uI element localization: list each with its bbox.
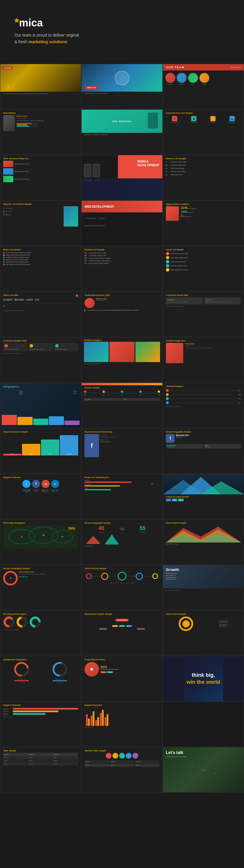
- slide-two-col-social: 2 Columns Social Slide Column 1 Lorem ip…: [163, 291, 244, 337]
- slide-social-infographic: Social Infographic Sample f $00,000,000 …: [163, 428, 244, 474]
- svg-point-6: [21, 536, 23, 537]
- vision-text: Lorem ipsum dolor sit amet consectetur a…: [3, 93, 78, 95]
- slide-hierarchical: Hierarchical Graphic Sample UNCLE TOPICA…: [81, 610, 163, 656]
- bullet-list-title: Bullet List Sample: [3, 249, 78, 251]
- svg-point-27: [191, 764, 193, 765]
- slide-viral-2: Viral Content Sample ⚡ Viral Metric 1 Lo…: [163, 610, 244, 656]
- slide-empty-1: [163, 702, 244, 747]
- slide-web-dev: WEB DEVELOPMENT ✔ Server Coding ✔ Suppor…: [81, 200, 163, 246]
- iconic-list-2-title: Iconic List Sample: [166, 249, 241, 251]
- viral-2-title: Viral Content Sample: [166, 613, 241, 615]
- page-wrapper: *mica Our team is proud to deliver origi…: [0, 0, 244, 793]
- web-dev-title: WEB DEVELOPMENT: [84, 205, 114, 208]
- svg-marker-9: [86, 536, 101, 544]
- slide-service-infographic: Service Infographic Sample ① What custom…: [0, 565, 81, 610]
- social-impact-title: Decoding Social Impact: [3, 613, 78, 615]
- svg-point-7: [43, 534, 45, 536]
- our-team-subtitle: Marketing Team: [231, 66, 241, 68]
- slide-growth: Growth Growth is never bymere chance; it…: [163, 565, 244, 610]
- slide-people-search: People are searching for... Marketing So…: [81, 474, 163, 519]
- optional-table-title: Optional Table Sample: [84, 750, 160, 752]
- slide-portfolio-1: Portfolio Sample 1 Project descriptions …: [81, 337, 163, 383]
- slide-numeric-list-1: Numeric List Sample 1Lorem ipsum dolor s…: [163, 155, 244, 200]
- svg-point-26: [202, 769, 205, 771]
- viral-1-title: Viral Content Sample: [166, 522, 241, 524]
- world-map-title: World Map Infographic: [3, 522, 78, 524]
- iconic-list-title: Iconic Services List Sample: [166, 112, 241, 114]
- services-text: Web Design • Development • Marketing: [82, 133, 162, 137]
- meet-title: Meet Martina: [3, 112, 78, 114]
- client-list-title: Client List Slide: [3, 294, 19, 296]
- slide-services: our services Web Design • Development • …: [81, 110, 163, 155]
- slide-infographics: Infographics 000000000000000000 000000 0…: [0, 383, 81, 428]
- lets-talk-title: Let's talk: [166, 750, 186, 755]
- keys-growth-title: 3 Keys for sales Growth: [166, 496, 241, 498]
- slide-viral-1: Viral Content Sample Viral content metri…: [163, 519, 244, 565]
- facebook-title: Facebook Social Advertising: [84, 431, 160, 433]
- star-icon: *: [15, 16, 19, 29]
- hero-subtitle: Our team is proud to deliver original & …: [15, 32, 229, 45]
- svg-point-28: [215, 773, 216, 774]
- slide-optional-table: Optional Table Sample Col A Data Col B D…: [81, 747, 163, 793]
- timeline-1-title: Timeline Sample: [84, 387, 160, 389]
- support-2-title: Support Channels: [3, 704, 78, 706]
- slide-versus: Versus Infographic Sample 40 Option A VS…: [81, 519, 163, 565]
- slide-numeric-photo: Numeric List & Photo Sample 1Lorem ipsum…: [0, 200, 81, 246]
- slide-client-list: Client List Slide CLIENT BRAND LOGO CO. …: [0, 291, 81, 337]
- projecting-title: Projecting the Future: [84, 658, 160, 660]
- slide-mobile-dev: MOBILEDEVELOPMENT Simon Calling Full Sup…: [81, 155, 163, 200]
- slide-support-2: Support Channels Channel 1 Channel 2 Cha…: [0, 702, 81, 747]
- steps-title: Steps to Success Sample: [3, 431, 78, 433]
- slide-bullet-list: Bullet List Sample Lorem ipsum dolor sit…: [0, 246, 81, 291]
- slide-vision: our vision Lorem ipsum dolor sit amet co…: [0, 64, 81, 110]
- portfolio-1-title: Portfolio Sample 1: [82, 337, 162, 342]
- other-services-title: Other Services, Photo List: [3, 158, 78, 160]
- think-big-text: think big,win the world: [187, 672, 220, 685]
- timeline-2-title: Timeline Sample 2: [166, 385, 241, 387]
- numeric-list-1-title: Numeric List Sample: [166, 158, 241, 160]
- slide-comparison: Comparison Infographic Observation Title: [0, 656, 81, 702]
- about-us-label: ABOUT US: [84, 86, 98, 89]
- icon-item-3: 🎨 Ecommerce: [204, 116, 222, 123]
- slide-meet-martina: Meet Martina Martina Crystal Creative Di…: [0, 110, 81, 155]
- slide-about: ABOUT US Lorem ipsum dolor sit amet cons…: [81, 64, 163, 110]
- hierarchical-title: Hierarchical Graphic Sample: [84, 613, 160, 615]
- slide-social-impact: Decoding Social Impact: [0, 610, 81, 656]
- slide-support-3: Support Channels: [81, 702, 163, 747]
- slide-timeline-2: Timeline Sample 2 2010 2011: [163, 383, 244, 428]
- slide-iconic-list: Iconic Services List Sample ✉ Email Mark…: [163, 110, 244, 155]
- slide-lets-talk: Let's talk Contact us for more informati…: [163, 747, 244, 793]
- brand-logo: *mica: [15, 16, 229, 29]
- slides-grid: our vision Lorem ipsum dolor sit amet co…: [0, 64, 244, 793]
- portfolio-single-title: Portfolio Single Item: [166, 340, 241, 342]
- icon-item-4: 🎬 Audio Production: [223, 116, 241, 123]
- slide-timeline-1: Timeline Sample 2010 2011: [81, 383, 163, 428]
- slide-table: Table Sample Header 1 Header 2 Header 3 …: [0, 747, 81, 793]
- two-col-title: 2 Columns Social Slide: [166, 294, 241, 296]
- slide-world-map: World Map Infographic 55%: [0, 519, 81, 565]
- svg-marker-10: [105, 534, 119, 545]
- icon-item-2: 📱 Social Marketing: [185, 116, 203, 123]
- table-title: Table Sample: [3, 750, 78, 752]
- support-1-title: Support Channels: [3, 476, 78, 478]
- slide-steps: Steps to Success Sample CREATE BUILD MEE…: [0, 428, 81, 474]
- slide-think-big: think big,win the world: [163, 656, 244, 702]
- hero-section: *mica Our team is proud to deliver origi…: [0, 0, 244, 64]
- circle-process-title: Circle Process Sample: [84, 567, 160, 569]
- versus-title: Versus Infographic Sample: [84, 522, 160, 524]
- testimonial-title: Testimonial Success Slide: [84, 294, 160, 296]
- growth-title: Growth: [166, 567, 241, 572]
- opportunity-title: Opportunity in numbers: [166, 203, 241, 205]
- numeric-photo-title: Numeric List & Photo Sample: [3, 203, 78, 205]
- about-text: Lorem ipsum dolor sit amet consectetur: [82, 92, 162, 95]
- slide-circle-process: Circle Process Sample Step 1 → Step 2 → …: [81, 565, 163, 610]
- service-infographic-title: Service Infographic Sample: [3, 567, 78, 569]
- social-infographic-title: Social Infographic Sample: [166, 431, 241, 433]
- three-col-title: 3 Columns Sample Slide: [3, 340, 78, 342]
- slide-portfolio-single: Portfolio Single Item Project Name Clien…: [163, 337, 244, 383]
- our-team-title: OUR TEAM: [166, 66, 185, 69]
- support-3-title: Support Channels: [84, 704, 160, 706]
- slide-iconic-list-2: Iconic List Sample ★ Lorem ipsum dolor s…: [163, 246, 244, 291]
- slide-support-1: Support Channels t f ✉ in 175,476 Follow…: [0, 474, 81, 519]
- slide-three-col: 3 Columns Sample Slide Lorem ipsum dolor…: [0, 337, 81, 383]
